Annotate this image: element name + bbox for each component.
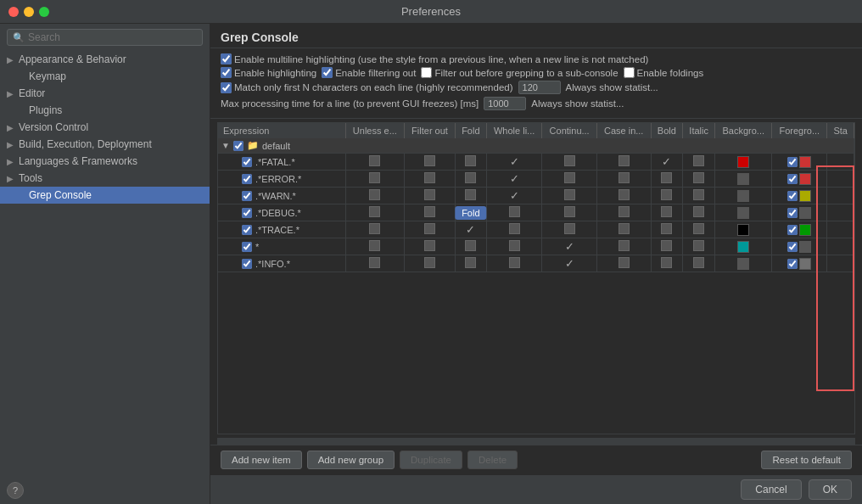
sidebar-item-label: Grep Console [29, 189, 92, 201]
expand-icon: ▶ [7, 174, 17, 183]
fg-checkbox[interactable] [787, 191, 798, 201]
multiline-option[interactable]: Enable multiline highlighting (use the s… [221, 53, 648, 64]
search-input[interactable] [28, 31, 197, 43]
highlight-option[interactable]: Enable highlighting [221, 67, 316, 78]
expr-label: .*TRACE.* [255, 225, 299, 235]
col-sta: Sta [827, 123, 854, 138]
minimize-button[interactable] [24, 7, 34, 17]
fg-checkbox[interactable] [787, 157, 798, 167]
row-checkbox[interactable] [242, 225, 252, 235]
cell-expression: .*WARN.* [218, 188, 345, 204]
ok-button[interactable]: OK [809, 479, 852, 500]
foldings-option[interactable]: Enable foldings [624, 67, 704, 78]
expression-table: Expression Unless e... Filter out Fold W… [218, 123, 854, 272]
maximize-button[interactable] [39, 7, 49, 17]
content-body: Enable multiline highlighting (use the s… [210, 48, 862, 474]
processing-value-input[interactable] [484, 97, 526, 110]
sidebar-item-label: Version Control [19, 121, 88, 133]
sidebar-item-appearance[interactable]: ▶ Appearance & Behavior [0, 51, 210, 68]
cell-expression: .*INFO.* [218, 255, 345, 272]
sidebar-item-label: Editor [19, 87, 45, 99]
fg-checkbox[interactable] [787, 225, 798, 235]
folder-icon: 📁 [247, 140, 259, 151]
filter-out-checkbox[interactable] [322, 67, 333, 78]
cancel-button[interactable]: Cancel [741, 479, 801, 500]
cell-italic [683, 154, 715, 171]
table-header-row: Expression Unless e... Filter out Fold W… [218, 123, 854, 138]
sidebar-item-label: Appearance & Behavior [19, 53, 126, 65]
sidebar-item-keymap[interactable]: Keymap [0, 68, 210, 85]
group-expand-icon: ▼ [221, 141, 230, 150]
expand-icon: ▶ [7, 55, 17, 64]
row-checkbox[interactable] [242, 242, 252, 252]
row-checkbox[interactable] [242, 208, 252, 218]
fg-checkbox[interactable] [787, 174, 798, 184]
expr-label: .*ERROR.* [255, 174, 301, 184]
search-icon: 🔍 [13, 32, 25, 43]
content-title: Grep Console [210, 24, 862, 48]
col-italic: Italic [683, 123, 715, 138]
option-row-multiline: Enable multiline highlighting (use the s… [221, 53, 852, 64]
sidebar-item-grep-console[interactable]: Grep Console [0, 187, 210, 204]
col-fg: Foregro... [772, 123, 827, 138]
col-fold: Fold [455, 123, 486, 138]
fg-checkbox[interactable] [787, 208, 798, 218]
match-checkbox[interactable] [221, 82, 232, 93]
sidebar-tree: ▶ Appearance & Behavior Keymap ▶ Editor … [0, 51, 210, 477]
cell-whole: ✓ [486, 154, 542, 171]
foldings-checkbox[interactable] [624, 67, 635, 78]
close-button[interactable] [8, 7, 19, 17]
row-checkbox[interactable] [242, 191, 252, 201]
sidebar-item-languages[interactable]: ▶ Languages & Frameworks [0, 153, 210, 170]
duplicate-button[interactable]: Duplicate [400, 451, 462, 469]
cell-fg [772, 154, 827, 171]
match-value-input[interactable] [518, 81, 561, 94]
filter-out-label: Enable filtering out [335, 68, 416, 78]
add-new-item-button[interactable]: Add new item [221, 451, 302, 469]
match-option[interactable]: Match only first N characters on each li… [221, 82, 513, 93]
highlight-label: Enable highlighting [234, 68, 316, 78]
table-row: .*INFO.* ✓ [218, 255, 854, 272]
option-row-match: Match only first N characters on each li… [221, 81, 852, 94]
search-box[interactable]: 🔍 [7, 29, 203, 46]
fg-checkbox[interactable] [787, 242, 798, 252]
sidebar: 🔍 ▶ Appearance & Behavior Keymap ▶ Edito… [0, 24, 210, 504]
group-cell: ▼ 📁 default [221, 140, 850, 151]
cell-expression: .*TRACE.* [218, 221, 345, 238]
highlight-checkbox[interactable] [221, 67, 232, 78]
fg-checkbox[interactable] [787, 259, 798, 269]
filter-before-checkbox[interactable] [421, 67, 432, 78]
multiline-label: Enable multiline highlighting (use the s… [234, 54, 648, 64]
expr-label: .*WARN.* [255, 191, 296, 201]
sidebar-item-label: Plugins [29, 104, 62, 116]
filter-before-option[interactable]: Filter out before grepping to a sub-cons… [421, 67, 618, 78]
sidebar-item-version-control[interactable]: ▶ Version Control [0, 119, 210, 136]
sidebar-item-tools[interactable]: ▶ Tools [0, 170, 210, 187]
filter-out-option[interactable]: Enable filtering out [322, 67, 416, 78]
option-row-processing: Max processing time for a line (to preve… [221, 97, 852, 110]
sidebar-item-editor[interactable]: ▶ Editor [0, 85, 210, 102]
reset-to-default-button[interactable]: Reset to default [761, 451, 852, 469]
sidebar-item-label: Build, Execution, Deployment [19, 138, 152, 150]
table-row: * ✓ [218, 238, 854, 255]
sidebar-item-label: Languages & Frameworks [19, 155, 137, 167]
expand-icon: ▶ [7, 89, 17, 98]
add-new-group-button[interactable]: Add new group [307, 451, 395, 469]
row-checkbox[interactable] [242, 174, 252, 184]
always-show-label: Always show statist... [566, 82, 658, 92]
sidebar-item-build[interactable]: ▶ Build, Execution, Deployment [0, 136, 210, 153]
sidebar-item-plugins[interactable]: Plugins [0, 102, 210, 119]
horizontal-scrollbar[interactable] [217, 438, 855, 445]
sidebar-item-label: Keymap [29, 70, 66, 82]
action-bar: Cancel OK [210, 474, 862, 504]
col-whole-line: Whole li... [486, 123, 542, 138]
row-checkbox[interactable] [242, 157, 252, 167]
row-checkbox[interactable] [242, 259, 252, 269]
filter-before-label: Filter out before grepping to a sub-cons… [434, 68, 618, 78]
multiline-checkbox[interactable] [221, 53, 232, 64]
help-button[interactable]: ? [7, 482, 24, 499]
cell-expression: .*FATAL.* [218, 154, 345, 171]
group-checkbox[interactable] [233, 141, 243, 151]
delete-button[interactable]: Delete [467, 451, 518, 469]
bottom-bar: Add new item Add new group Duplicate Del… [210, 445, 862, 474]
